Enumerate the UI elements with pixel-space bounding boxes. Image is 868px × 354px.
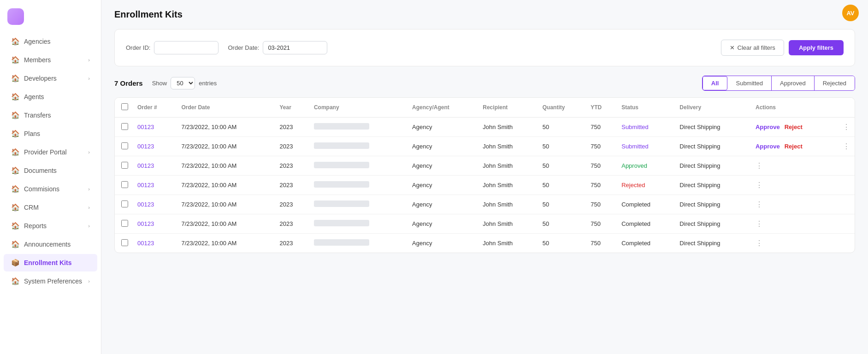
year-cell: 2023 [275,118,309,137]
table-header: 7 Orders Show 50 25 10 entries All Submi… [114,76,855,91]
more-options-icon[interactable]: ⋮ [756,181,763,189]
sidebar-item-plans[interactable]: 🏠 Plans [4,125,97,142]
more-options-icon[interactable]: ⋮ [756,239,763,248]
agency-agent-cell: Agency [407,214,478,234]
home-icon: 🏠 [11,37,19,46]
reject-button[interactable]: Reject [785,124,803,130]
row-checkbox[interactable] [121,142,128,149]
home-icon: 🏠 [11,203,19,212]
year-cell: 2023 [275,234,309,253]
sidebar-item-label: Agencies [24,38,51,45]
ytd-cell: 750 [586,137,617,156]
row-checkbox[interactable] [121,239,128,246]
year-cell: 2023 [275,195,309,214]
avatar[interactable]: AV [842,5,859,21]
sidebar-item-announcements[interactable]: 🏠 Announcements [4,236,97,253]
avatar-initials: AV [846,10,854,17]
approve-button[interactable]: Approve [756,143,780,150]
order-id-input[interactable] [154,41,218,54]
order-number-link[interactable]: 00123 [137,201,154,208]
more-options-icon[interactable]: ⋮ [843,142,850,151]
sidebar-item-members[interactable]: 🏠 Members › [4,51,97,69]
table-row: 00123 7/23/2022, 10:00 AM 2023 Agency Jo… [115,214,855,234]
quantity-cell: 50 [538,176,586,195]
company-cell [309,234,407,253]
more-options-icon[interactable]: ⋮ [843,123,850,131]
delivery-cell: Direct Shipping [675,195,751,214]
order-number-link[interactable]: 00123 [137,124,154,130]
tab-approved[interactable]: Approved [772,76,815,90]
approve-button[interactable]: Approve [756,124,780,130]
sidebar-item-crm[interactable]: 🏠 CRM › [4,199,97,216]
tab-submitted[interactable]: Submitted [727,76,772,90]
order-number-link[interactable]: 00123 [137,220,154,227]
more-options-icon[interactable]: ⋮ [756,200,763,209]
reject-button[interactable]: Reject [785,143,803,150]
sidebar-item-label: Enrollment Kits [24,259,71,266]
table-row: 00123 7/23/2022, 10:00 AM 2023 Agency Jo… [115,234,855,253]
home-icon: 🏠 [11,166,19,175]
order-number-link[interactable]: 00123 [137,240,154,247]
row-checkbox[interactable] [121,162,128,169]
more-options-icon[interactable]: ⋮ [756,161,763,170]
order-date-input[interactable] [263,41,327,54]
order-number-link[interactable]: 00123 [137,143,154,150]
clear-filters-button[interactable]: ✕ Clear all filters [721,40,784,56]
select-all-checkbox[interactable] [121,103,128,110]
col-ytd: YTD [586,98,617,118]
actions-cell: ⋮ [756,200,850,209]
status-badge: Rejected [621,182,645,189]
show-entries-control: Show 50 25 10 entries [152,77,217,89]
home-icon: 🏠 [11,185,19,193]
status-badge: Approved [621,162,647,169]
sidebar-item-provider-portal[interactable]: 🏠 Provider Portal › [4,143,97,161]
status-badge: Completed [621,220,650,227]
agency-agent-cell: Agency [407,156,478,176]
sidebar-item-reports[interactable]: 🏠 Reports › [4,217,97,235]
company-cell [309,118,407,137]
order-date-label: Order Date: [228,44,259,51]
close-icon: ✕ [730,44,735,51]
sidebar-item-enrollment-kits[interactable]: 📦 Enrollment Kits [4,254,97,271]
order-number-link[interactable]: 00123 [137,182,154,189]
sidebar-item-transfers[interactable]: 🏠 Transfers [4,106,97,124]
order-date-cell: 7/23/2022, 10:00 AM [177,214,275,234]
filter-bar: Order ID: Order Date: ✕ Clear all filter… [114,29,855,66]
sidebar-item-system-preferences[interactable]: 🏠 System Preferences › [4,272,97,290]
table-row: 00123 7/23/2022, 10:00 AM 2023 Agency Jo… [115,156,855,176]
sidebar-item-label: Announcements [24,241,71,248]
home-icon: 🏠 [11,130,19,138]
more-options-icon[interactable]: ⋮ [756,219,763,228]
sidebar-item-label: Agents [24,93,44,100]
home-icon: 🏠 [11,56,19,64]
order-number-link[interactable]: 00123 [137,162,154,169]
sidebar-item-commisions[interactable]: 🏠 Commisions › [4,180,97,198]
tab-all[interactable]: All [703,76,728,90]
row-checkbox[interactable] [121,220,128,227]
home-icon: 🏠 [11,148,19,156]
recipient-cell: John Smith [478,214,537,234]
tab-rejected[interactable]: Rejected [815,76,855,90]
agency-agent-cell: Agency [407,137,478,156]
chevron-right-icon: › [88,57,90,63]
status-badge: Submitted [621,124,649,130]
agency-agent-cell: Agency [407,234,478,253]
sidebar-item-agents[interactable]: 🏠 Agents [4,88,97,106]
order-date-cell: 7/23/2022, 10:00 AM [177,156,275,176]
sidebar-item-developers[interactable]: 🏠 Developers › [4,70,97,87]
quantity-cell: 50 [538,137,586,156]
package-icon: 📦 [11,259,19,267]
chevron-right-icon: › [88,186,90,192]
row-checkbox[interactable] [121,181,128,188]
order-date-cell: 7/23/2022, 10:00 AM [177,137,275,156]
sidebar-item-documents[interactable]: 🏠 Documents [4,162,97,179]
row-checkbox[interactable] [121,123,128,130]
entries-label: entries [199,80,217,87]
row-checkbox[interactable] [121,201,128,207]
entries-select[interactable]: 50 25 10 [171,77,195,89]
apply-filters-button[interactable]: Apply filters [789,40,844,55]
order-date-cell: 7/23/2022, 10:00 AM [177,176,275,195]
sidebar-item-agencies[interactable]: 🏠 Agencies [4,33,97,50]
home-icon: 🏠 [11,93,19,101]
chevron-right-icon: › [88,149,90,155]
